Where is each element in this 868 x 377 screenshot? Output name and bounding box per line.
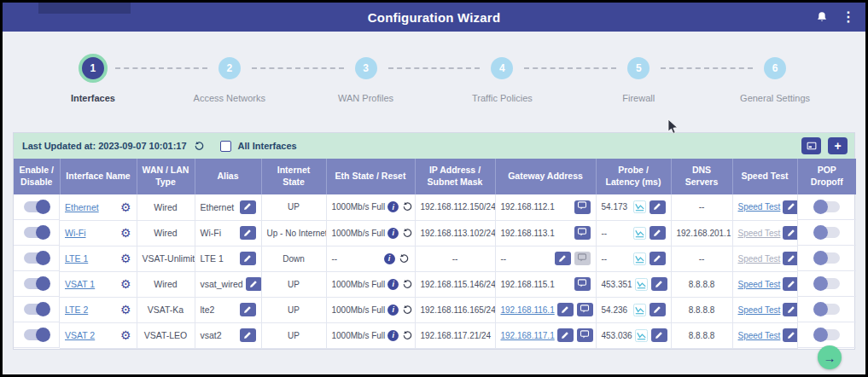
pop-dropoff-toggle[interactable]	[814, 304, 840, 315]
edit-alias-button[interactable]	[240, 252, 256, 265]
gear-icon[interactable]: ⚙	[120, 252, 131, 264]
interface-link[interactable]: Ethernet	[65, 202, 99, 212]
edit-alias-button[interactable]	[240, 303, 256, 316]
edit-probe-button[interactable]	[651, 328, 667, 342]
latency-chart-icon[interactable]	[633, 252, 646, 265]
enable-toggle[interactable]	[24, 329, 50, 340]
pop-dropoff-toggle[interactable]	[814, 201, 840, 212]
gateway-address[interactable]: 192.168.116.1	[501, 305, 555, 315]
reset-icon[interactable]	[402, 330, 413, 341]
info-icon[interactable]: i	[387, 201, 399, 212]
next-step-button[interactable]: →	[818, 345, 842, 369]
refresh-icon[interactable]	[194, 141, 205, 152]
alias-text: Wi-Fi	[201, 228, 222, 238]
edit-speed-test-button[interactable]	[783, 328, 797, 342]
latency-chart-icon[interactable]	[635, 278, 648, 291]
enable-toggle[interactable]	[24, 201, 50, 212]
info-icon[interactable]: i	[387, 330, 399, 341]
gear-icon[interactable]: ⚙	[120, 201, 131, 213]
card-view-button[interactable]	[801, 137, 821, 154]
pop-dropoff-toggle[interactable]	[814, 329, 840, 340]
pop-dropoff-toggle[interactable]	[814, 227, 840, 238]
gateway-tooltip-button[interactable]	[574, 277, 591, 291]
interface-link[interactable]: LTE 2	[65, 304, 88, 315]
step-number-1[interactable]: 1	[79, 54, 108, 83]
speed-test-link[interactable]: Speed Test	[738, 331, 781, 340]
gear-icon[interactable]: ⚙	[120, 278, 131, 290]
edit-probe-button[interactable]	[650, 226, 666, 240]
edit-probe-button[interactable]	[650, 200, 666, 214]
speed-test-link[interactable]: Speed Test	[738, 254, 781, 264]
info-icon[interactable]: i	[387, 304, 399, 316]
reset-icon[interactable]	[402, 304, 413, 316]
reset-icon[interactable]	[402, 201, 413, 212]
add-interface-button[interactable]: +	[828, 137, 848, 154]
edit-probe-button[interactable]	[650, 252, 666, 265]
edit-alias-button[interactable]	[240, 328, 256, 342]
latency-chart-icon[interactable]	[635, 329, 648, 342]
reset-icon[interactable]	[402, 228, 413, 239]
gateway-tooltip-button[interactable]	[574, 226, 591, 240]
all-interfaces-checkbox[interactable]	[220, 141, 231, 152]
edit-speed-test-button[interactable]	[783, 226, 797, 240]
edit-alias-button[interactable]	[240, 226, 256, 240]
step-number-2[interactable]: 2	[218, 57, 241, 79]
info-icon[interactable]: i	[384, 253, 395, 264]
speed-test-link[interactable]: Speed Test	[738, 305, 781, 315]
edit-gateway-button[interactable]	[557, 328, 574, 342]
reset-icon[interactable]	[399, 253, 410, 264]
enable-toggle[interactable]	[24, 278, 50, 289]
eth-icons: i	[387, 279, 413, 290]
info-icon[interactable]: i	[387, 228, 399, 239]
step-number-3[interactable]: 3	[355, 57, 377, 79]
step-number-4[interactable]: 4	[491, 57, 513, 79]
edit-gateway-button[interactable]	[555, 252, 571, 265]
gateway-tooltip-button[interactable]	[574, 200, 591, 214]
edit-probe-button[interactable]	[650, 303, 666, 316]
edit-gateway-button[interactable]	[557, 303, 574, 316]
interface-link[interactable]: VSAT 2	[65, 330, 95, 340]
pop-dropoff-toggle[interactable]	[814, 278, 840, 289]
cell-internet-state: UP	[261, 194, 326, 220]
step-number-6[interactable]: 6	[764, 57, 786, 79]
enable-toggle[interactable]	[24, 304, 50, 315]
cell-ip-address: 192.168.112.150/24	[415, 194, 495, 220]
edit-alias-button[interactable]	[246, 277, 261, 291]
gear-icon[interactable]: ⚙	[120, 329, 131, 341]
interface-link[interactable]: LTE 1	[65, 253, 88, 264]
edit-speed-test-button[interactable]	[783, 200, 797, 214]
gateway-tooltip-button[interactable]	[574, 252, 591, 265]
latency-chart-icon[interactable]	[633, 227, 646, 240]
cell-wan-lan-type: VSAT-Unlimited	[137, 246, 195, 271]
latency-chart-icon[interactable]	[633, 200, 646, 213]
reset-icon[interactable]	[402, 279, 413, 290]
gear-icon[interactable]: ⚙	[120, 304, 131, 316]
gear-icon[interactable]: ⚙	[120, 227, 131, 239]
probe-icons	[633, 252, 666, 265]
cell-wan-lan-type: Wired	[137, 220, 195, 246]
enable-toggle[interactable]	[24, 227, 50, 238]
kebab-menu-icon[interactable]: ⋮	[842, 10, 855, 24]
gateway-address[interactable]: 192.168.117.1	[501, 331, 555, 340]
speed-test-link[interactable]: Speed Test	[738, 229, 781, 238]
edit-probe-button[interactable]	[651, 277, 667, 291]
speed-test-link[interactable]: Speed Test	[738, 202, 781, 212]
pop-dropoff-toggle[interactable]	[814, 252, 840, 264]
notifications-bell-icon[interactable]	[816, 11, 828, 23]
interface-link[interactable]: Wi-Fi	[65, 228, 86, 238]
edit-speed-test-button[interactable]	[783, 277, 797, 291]
enable-toggle[interactable]	[24, 252, 50, 264]
column-header-wan-lan-type: WAN / LAN Type	[137, 159, 195, 194]
latency-chart-icon[interactable]	[633, 304, 646, 316]
edit-speed-test-button[interactable]	[783, 303, 797, 316]
cell-internet-state: UP	[261, 271, 326, 297]
gateway-tooltip-button[interactable]	[577, 328, 593, 342]
gateway-tooltip-button[interactable]	[577, 303, 593, 316]
step-number-5[interactable]: 5	[627, 57, 650, 79]
edit-alias-button[interactable]	[240, 200, 256, 214]
speed-test-link[interactable]: Speed Test	[738, 280, 781, 289]
interface-link[interactable]: VSAT 1	[65, 279, 95, 289]
table-row: LTE 2⚙VSAT-Kalte2UP1000Mb/s Fulli192.168…	[14, 297, 856, 322]
info-icon[interactable]: i	[387, 279, 399, 290]
edit-speed-test-button[interactable]	[783, 252, 797, 265]
